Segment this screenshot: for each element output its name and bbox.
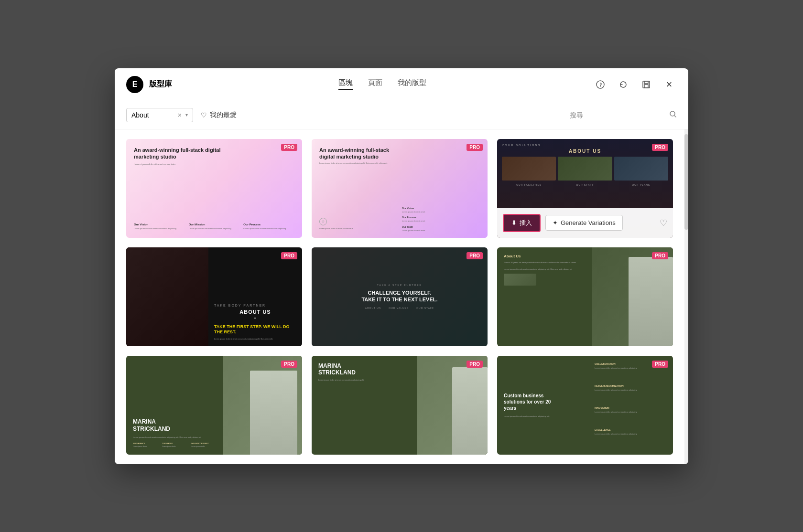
pro-badge-1: PRO [281, 144, 297, 151]
tmpl1-title: An award-winning full-stack digital mark… [134, 147, 222, 160]
heart-button-7[interactable]: ♡ [289, 435, 296, 445]
scrollbar-thumb[interactable] [684, 134, 688, 230]
variations-button-9[interactable]: ✦Generate Variations [545, 432, 623, 447]
variations-button-1[interactable]: ✦ Generate Variations [174, 215, 252, 231]
heart-button-6[interactable]: ♡ [660, 326, 667, 337]
variations-button-3[interactable]: ✦Generate Variations [545, 215, 623, 231]
template-grid: PRO An award-winning full-stack digital … [126, 139, 673, 455]
variations-icon: ✦ [182, 219, 187, 226]
pro-badge-9: PRO [652, 361, 668, 368]
variations-button-7[interactable]: ✦Generate Variations [174, 432, 252, 447]
heart-button-1[interactable]: ♡ [289, 218, 296, 228]
search-icon [669, 110, 677, 120]
template-card-1[interactable]: PRO An award-winning full-stack digital … [126, 139, 302, 238]
svg-rect-2 [644, 81, 648, 84]
tab-pages[interactable]: 頁面 [368, 78, 382, 90]
pro-badge-8: PRO [467, 361, 483, 368]
pro-badge-7: PRO [281, 361, 297, 368]
favorites-heart-icon: ♡ [201, 111, 207, 119]
modal-header: E 版型庫 區塊 頁面 我的版型 [115, 68, 688, 101]
search-input[interactable] [570, 111, 665, 119]
heart-button-5[interactable]: ♡ [474, 326, 482, 337]
pro-badge-3: PRO [652, 144, 668, 151]
filter-bar: About × ▾ ♡ 我的最愛 [115, 101, 688, 129]
template-card-7[interactable]: PRO MarinaStrickland Lorem ipsum dolor s… [126, 356, 302, 455]
heart-button-9[interactable]: ♡ [660, 435, 667, 445]
template-card-4[interactable]: PRO TAKE BODY PARTNER ABOUT US " TAKE TH… [126, 247, 302, 346]
variations-button-5[interactable]: ✦Generate Variations [360, 323, 437, 339]
save-button[interactable] [639, 77, 654, 92]
heart-button-3[interactable]: ♡ [660, 218, 667, 228]
pro-badge-4: PRO [281, 252, 297, 259]
tmpl1-subtitle: Lorem ipsum dolor sit amet consectetur [134, 163, 294, 166]
variations-button-8[interactable]: ✦Generate Variations [360, 432, 437, 447]
heart-button-2[interactable]: ♡ [474, 218, 482, 228]
template-card-9[interactable]: PRO Custom business solutions for over 2… [497, 356, 673, 455]
template-card-3[interactable]: PRO YOUR SOLUTIONS ABOUT US OUR FACILITI… [497, 139, 673, 238]
svg-rect-3 [644, 85, 648, 88]
refresh-button[interactable] [616, 77, 631, 92]
insert-button-2[interactable]: ⬇插入 [317, 214, 355, 232]
template-card-8[interactable]: PRO MarinaStrickland Lorem ipsum dolor s… [312, 356, 488, 455]
pro-badge-6: PRO [652, 252, 668, 259]
logo-letter: E [132, 80, 138, 89]
insert-icon: ⬇ [141, 219, 146, 226]
heart-button-8[interactable]: ♡ [474, 435, 482, 445]
search-container [570, 110, 677, 120]
variations-button-4[interactable]: ✦Generate Variations [174, 323, 252, 339]
insert-button-9[interactable]: ⬇插入 [503, 431, 541, 449]
insert-button-3[interactable]: ⬇插入 [503, 214, 541, 232]
template-library-modal: E 版型庫 區塊 頁面 我的版型 [115, 68, 688, 464]
modal-body: PRO An award-winning full-stack digital … [115, 129, 688, 464]
template-card-5[interactable]: PRO TAKE A STEP FURTHER CHALLENGE YOURSE… [312, 247, 488, 346]
insert-button-7[interactable]: ⬇插入 [132, 431, 170, 449]
close-button[interactable]: × [662, 77, 677, 92]
variations-button-6[interactable]: ✦Generate Variations [545, 323, 623, 339]
filter-clear[interactable]: × [178, 111, 182, 119]
scrollbar-track[interactable] [684, 129, 688, 464]
header-actions: × [593, 77, 677, 92]
filter-arrow[interactable]: ▾ [185, 112, 188, 117]
insert-button-6[interactable]: ⬇插入 [503, 322, 541, 340]
template-card-2[interactable]: PRO An award-winning full-stack digital … [312, 139, 488, 238]
tmpl3-about: ABOUT US [569, 149, 601, 154]
elementor-logo: E [126, 76, 143, 93]
variations-button-2[interactable]: ✦Generate Variations [360, 215, 437, 231]
filter-tag: About [131, 111, 174, 119]
favorites-button[interactable]: ♡ 我的最愛 [201, 111, 237, 119]
favorites-label: 我的最愛 [210, 111, 237, 119]
pro-badge-5: PRO [467, 252, 483, 259]
insert-button-8[interactable]: ⬇插入 [317, 431, 355, 449]
filter-dropdown[interactable]: About × ▾ [126, 108, 193, 122]
tab-my-templates[interactable]: 我的版型 [398, 78, 426, 90]
modal-title: 版型庫 [149, 79, 172, 89]
card-overlay-3: ⬇插入 ✦Generate Variations ♡ [497, 208, 673, 238]
svg-point-0 [597, 81, 604, 88]
insert-button-5[interactable]: ⬇插入 [317, 322, 355, 340]
help-button[interactable] [593, 77, 608, 92]
header-tabs: 區塊 頁面 我的版型 [178, 78, 587, 90]
content-area[interactable]: PRO An award-winning full-stack digital … [115, 129, 684, 464]
insert-button-1[interactable]: ⬇ 插入 [132, 214, 170, 232]
tab-blocks[interactable]: 區塊 [338, 78, 353, 90]
template-card-6[interactable]: PRO About Us For our 20 years, we have p… [497, 247, 673, 346]
heart-button-4[interactable]: ♡ [289, 326, 296, 337]
insert-button-4[interactable]: ⬇插入 [132, 322, 170, 340]
pro-badge-2: PRO [467, 144, 483, 151]
